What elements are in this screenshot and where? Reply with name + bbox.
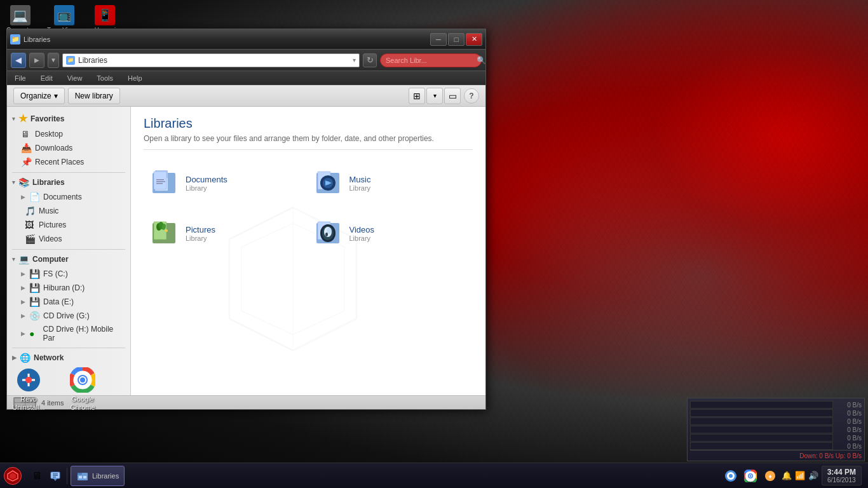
desktop-icons: Revo Uninstall... Google Chrome — [6, 367, 105, 412]
svg-rect-40 — [53, 473, 58, 475]
sidebar-item-c-drive[interactable]: ▶ 💾 FS (C:) — [7, 267, 130, 281]
h-drive-icon: ● — [29, 329, 39, 339]
address-bar: ◀ ▶ ▼ 📁 Libraries ▾ ↻ 🔍 — [7, 50, 485, 71]
c-drive-icon: 💾 — [29, 269, 39, 279]
new-library-button[interactable]: New library — [68, 88, 120, 104]
music-label: Music — [39, 207, 58, 215]
c-drive-expand-icon: ▶ — [21, 271, 25, 277]
net-value-2: 0 B/s — [836, 418, 862, 425]
quick-launch: 🖥 — [25, 468, 67, 484]
close-button[interactable]: ✕ — [466, 33, 482, 46]
recent-label: Recent Places — [35, 158, 84, 166]
preview-pane-button[interactable]: ▭ — [444, 88, 461, 104]
desktop-icon-small: 🖥 — [21, 129, 31, 139]
computer-header[interactable]: ▾ 💻 Computer — [7, 252, 130, 267]
action-center-button[interactable] — [47, 468, 64, 484]
sidebar-divider-1 — [12, 172, 125, 173]
revo-uninstaller-icon[interactable]: Revo Uninstall... — [6, 367, 51, 412]
sidebar-item-videos[interactable]: 🎬 Videos — [7, 232, 130, 246]
svg-rect-46 — [83, 476, 86, 478]
chrome-label: Google Chrome — [60, 395, 105, 412]
menu-tools[interactable]: Tools — [94, 73, 116, 83]
explorer-icon: 📁 — [10, 34, 20, 44]
computer-icon-img: 💻 — [10, 5, 31, 25]
refresh-button[interactable]: ↻ — [363, 53, 377, 67]
svg-marker-37 — [10, 473, 16, 479]
view-tiles-button[interactable]: ⊞ — [409, 88, 425, 104]
svg-rect-41 — [53, 475, 58, 476]
maximize-button[interactable]: □ — [448, 33, 465, 46]
volume-tray-icon[interactable]: 🔊 — [808, 471, 818, 480]
e-drive-icon: 💾 — [29, 297, 39, 307]
pictures-library-icon — [149, 218, 179, 248]
search-input[interactable] — [386, 57, 473, 64]
explorer-taskbar-icon — [76, 470, 89, 482]
desktop-label: Desktop — [35, 130, 63, 139]
show-desktop-button[interactable]: 🖥 — [29, 468, 45, 484]
sidebar-item-music[interactable]: 🎵 Music — [7, 204, 130, 218]
teamviewer-icon-img: 📺 — [54, 5, 74, 25]
menu-view[interactable]: View — [65, 73, 85, 83]
forward-button[interactable]: ▶ — [29, 53, 44, 68]
back-button[interactable]: ◀ — [11, 53, 26, 68]
address-text: Libraries — [78, 56, 349, 65]
svg-point-28 — [325, 233, 328, 236]
network-tray-icon[interactable]: 📶 — [795, 471, 805, 480]
library-item-pictures[interactable]: Pictures Library — [144, 213, 298, 254]
minimize-button[interactable]: ─ — [430, 33, 447, 46]
address-input[interactable]: 📁 Libraries ▾ — [62, 53, 360, 67]
sidebar-item-g-drive[interactable]: ▶ 💿 CD Drive (G:) — [7, 309, 130, 323]
chrome-tray-button[interactable] — [742, 468, 759, 484]
view-dropdown-button[interactable]: ▾ — [426, 88, 443, 104]
start-button[interactable] — [3, 466, 22, 485]
sidebar-item-downloads[interactable]: 📥 Downloads — [7, 141, 130, 155]
menu-file[interactable]: File — [12, 73, 29, 83]
firefox-tray-button[interactable] — [722, 468, 739, 484]
notification-tray-icon[interactable]: 🔔 — [782, 471, 792, 480]
sidebar-item-e-drive[interactable]: ▶ 💾 Data (E:) — [7, 295, 130, 309]
menu-bar: File Edit View Tools Help — [7, 71, 485, 85]
favorites-header[interactable]: ▾ ★ Favorites — [7, 110, 130, 127]
organize-button[interactable]: Organize ▾ — [13, 88, 65, 104]
sidebar-item-recent[interactable]: 📌 Recent Places — [7, 155, 130, 169]
history-dropdown-button[interactable]: ▼ — [48, 53, 59, 68]
help-button[interactable]: ? — [464, 88, 479, 104]
clock-date: 6/16/2013 — [827, 477, 856, 484]
chrome-desktop-icon[interactable]: Google Chrome — [60, 367, 105, 412]
menu-edit[interactable]: Edit — [38, 73, 55, 83]
net-bar-4 — [690, 434, 833, 442]
library-item-videos[interactable]: Videos Library — [308, 213, 462, 254]
net-value-4: 0 B/s — [836, 435, 862, 442]
search-bar[interactable]: 🔍 — [380, 53, 482, 67]
chrome-icon-img — [70, 367, 95, 393]
net-row-0: 0 B/s — [690, 401, 862, 409]
taskbar: 🖥 Libraries — [0, 463, 868, 488]
sidebar-item-documents[interactable]: ▶ 📄 Documents — [7, 190, 130, 204]
network-monitor-widget: 0 B/s 0 B/s 0 B/s 0 B/s 0 B/s 0 B/s — [687, 398, 865, 461]
computer-label: Computer — [32, 255, 69, 264]
library-item-music[interactable]: Music Library — [308, 163, 462, 203]
unknown-tray-button[interactable]: ♦ — [762, 468, 778, 484]
libraries-folder-icon: 📚 — [18, 177, 29, 187]
window-title: Libraries — [24, 36, 427, 43]
favorites-label: Favorites — [31, 114, 64, 123]
libraries-label: Libraries — [32, 178, 65, 187]
pictures-library-info: Pictures Library — [186, 225, 215, 242]
videos-label: Videos — [39, 234, 62, 243]
libraries-header[interactable]: ▾ 📚 Libraries — [7, 175, 130, 190]
net-bar-1 — [690, 409, 833, 417]
network-header[interactable]: ▶ 🌐 Network — [7, 350, 130, 365]
explorer-taskbar-button[interactable]: Libraries — [71, 466, 125, 486]
documents-lib-type: Library — [186, 184, 227, 192]
menu-help[interactable]: Help — [125, 73, 145, 83]
svg-rect-7 — [156, 179, 164, 180]
sidebar-item-desktop[interactable]: 🖥 Desktop — [7, 127, 130, 141]
sidebar-item-h-drive[interactable]: ▶ ● CD Drive (H:) Mobile Par — [7, 323, 130, 344]
library-item-documents[interactable]: Documents Library — [144, 163, 298, 203]
music-lib-name: Music — [349, 175, 371, 184]
system-clock[interactable]: 3:44 PM 6/16/2013 — [822, 466, 862, 485]
sidebar-item-d-drive[interactable]: ▶ 💾 Hiburan (D:) — [7, 281, 130, 295]
music-icon: 🎵 — [25, 206, 35, 216]
sidebar-item-pictures[interactable]: 🖼 Pictures — [7, 218, 130, 232]
sidebar: ▾ ★ Favorites 🖥 Desktop 📥 Downloads 📌 — [7, 107, 131, 395]
